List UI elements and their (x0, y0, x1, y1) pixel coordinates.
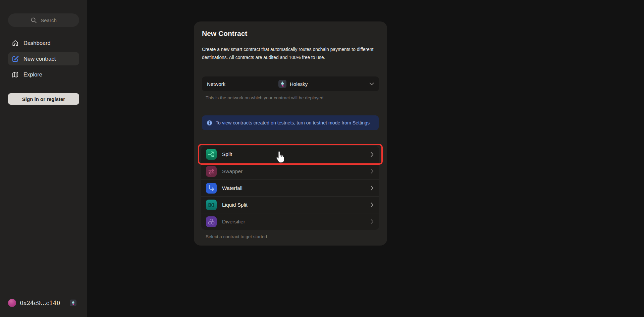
contract-label: Waterfall (222, 185, 243, 191)
network-value-text: Holesky (290, 81, 308, 87)
diversifier-icon (206, 216, 217, 227)
network-select[interactable]: Network Holesky (202, 76, 379, 91)
contract-label: Diversifier (222, 219, 245, 225)
split-icon (206, 149, 217, 160)
sidebar-item-label: New contract (23, 56, 56, 62)
liquid-split-icon (206, 200, 217, 210)
map-icon (12, 71, 19, 78)
wallet-avatar (8, 299, 16, 307)
holesky-network-badge-icon[interactable] (70, 300, 76, 306)
sidebar-nav: Dashboard New contract Explore (8, 36, 79, 81)
contract-type-list: Split Swapper Waterfall (201, 146, 379, 230)
edit-icon (12, 55, 19, 62)
holesky-icon (278, 80, 286, 88)
sidebar: Search Dashboard New contract Explore Si… (0, 0, 87, 317)
banner-text: To view contracts created on testnets, t… (216, 120, 370, 125)
sidebar-item-dashboard[interactable]: Dashboard (8, 36, 79, 50)
new-contract-card: New Contract Create a new smart contract… (194, 21, 387, 246)
search-input[interactable]: Search (8, 13, 79, 27)
contract-label: Swapper (222, 168, 243, 174)
chevron-right-icon (371, 186, 374, 191)
settings-link[interactable]: Settings (353, 120, 370, 125)
card-description: Create a new smart contract that automat… (202, 46, 379, 62)
contract-row-diversifier[interactable]: Diversifier (201, 213, 379, 230)
waterfall-icon (206, 183, 217, 194)
wallet-row[interactable]: 0x24c9...c140 (8, 299, 79, 307)
info-icon (207, 120, 212, 126)
contract-label: Liquid Split (222, 202, 248, 208)
swapper-icon (206, 166, 217, 177)
sidebar-item-label: Explore (23, 71, 42, 78)
contract-row-liquid-split[interactable]: Liquid Split (201, 196, 379, 213)
search-placeholder: Search (41, 17, 57, 23)
network-selected-value: Holesky (278, 80, 308, 88)
testnet-info-banner: To view contracts created on testnets, t… (202, 115, 379, 130)
contract-label: Split (222, 151, 232, 157)
chevron-right-icon (371, 219, 374, 224)
search-icon (31, 17, 37, 23)
chevron-right-icon (371, 169, 374, 174)
network-helper-text: This is the network on which your contra… (206, 95, 323, 100)
contract-row-swapper[interactable]: Swapper (201, 163, 379, 179)
wallet-address: 0x24c9...c140 (20, 300, 60, 306)
home-icon (12, 40, 19, 47)
contract-row-waterfall[interactable]: Waterfall (201, 179, 379, 196)
contract-row-split[interactable]: Split (201, 146, 379, 163)
sidebar-item-new-contract[interactable]: New contract (8, 52, 79, 65)
network-label: Network (207, 81, 225, 87)
sign-in-button[interactable]: Sign in or register (8, 93, 79, 105)
chevron-right-icon (371, 152, 374, 157)
footer-hint: Select a contract to get started (206, 234, 267, 239)
sidebar-item-explore[interactable]: Explore (8, 68, 79, 81)
main-content: New Contract Create a new smart contract… (87, 0, 644, 317)
sidebar-item-label: Dashboard (23, 40, 51, 46)
page-title: New Contract (202, 30, 247, 38)
chevron-down-icon (369, 83, 374, 86)
chevron-right-icon (371, 202, 374, 207)
